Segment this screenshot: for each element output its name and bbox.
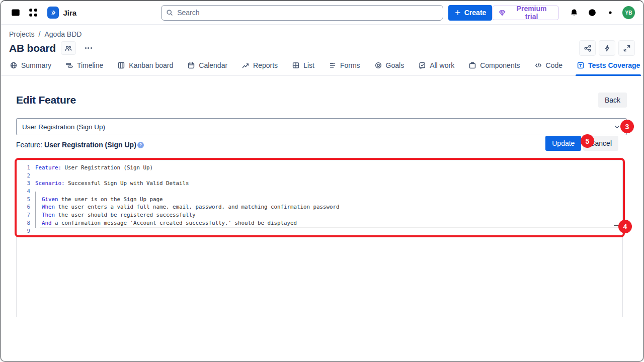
line-number: 4 [17, 188, 30, 196]
page-title: Edit Feature [16, 94, 76, 106]
jira-logo[interactable] [47, 7, 59, 19]
line-content: And a confirmation message 'Account crea… [35, 219, 297, 227]
tab-summary[interactable]: Summary [9, 60, 52, 75]
code-line[interactable]: 5 Given the user is on the Sign Up page [17, 196, 622, 204]
line-number: 7 [17, 211, 30, 219]
feature-editor-zone: 1Feature: User Registration (Sign Up)23S… [16, 160, 627, 317]
search-input[interactable] [161, 5, 443, 21]
fullscreen-expand-icon[interactable] [618, 40, 635, 56]
app-window: Jira Create Premium trial YB Projects / … [0, 0, 644, 362]
annotation-badge-5: 5 [581, 134, 594, 148]
components-icon [468, 61, 476, 69]
back-button[interactable]: Back [598, 93, 627, 108]
tab-all-work[interactable]: All work [418, 60, 455, 75]
board-title: AB board [9, 42, 56, 54]
breadcrumb: Projects / Agoda BDD [9, 30, 635, 38]
sidebar-toggle-icon[interactable] [8, 5, 23, 20]
code-line[interactable]: 3Scenario: Successful Sign Up with Valid… [17, 179, 622, 188]
annotation-badge-4: 4 [618, 220, 632, 233]
globe-icon [10, 61, 18, 69]
line-content: Scenario: Successful Sign Up with Valid … [35, 179, 189, 188]
code-line[interactable]: 6 When the user enters a valid full name… [17, 203, 622, 211]
feature-help-icon[interactable]: ? [137, 142, 144, 148]
line-number: 2 [17, 172, 30, 180]
board-tab-bar: SummaryTimelineKanban boardCalendarRepor… [1, 56, 643, 76]
reports-icon [242, 61, 250, 69]
indent-guide [35, 192, 36, 228]
tab-calendar[interactable]: Calendar [187, 60, 228, 75]
tab-reports[interactable]: Reports [241, 60, 278, 75]
board-icon [117, 61, 125, 69]
forms-icon [329, 61, 337, 69]
automation-bolt-icon[interactable] [599, 40, 615, 56]
tab-timeline[interactable]: Timeline [65, 60, 104, 75]
allwork-icon [418, 61, 426, 69]
feature-select-value: User Registration (Sign Up) [22, 123, 105, 131]
breadcrumb-projects[interactable]: Projects [9, 30, 35, 38]
tab-list[interactable]: List [291, 60, 315, 75]
timeline-icon [65, 61, 73, 69]
code-line[interactable]: 8 And a confirmation message 'Account cr… [17, 219, 622, 227]
breadcrumb-project-name[interactable]: Agoda BDD [44, 30, 82, 38]
help-icon[interactable] [585, 5, 599, 20]
list-icon [292, 61, 300, 69]
goals-icon [374, 61, 382, 69]
code-line[interactable]: 4 [17, 188, 622, 196]
annotation-badge-3: 3 [620, 120, 634, 133]
team-members-button[interactable] [61, 41, 76, 55]
feature-name-label: Feature: User Registration (Sign Up)? [16, 136, 144, 149]
code-line[interactable]: 1Feature: User Registration (Sign Up) [17, 164, 622, 172]
line-content: Feature: User Registration (Sign Up) [35, 164, 153, 172]
tab-forms[interactable]: Forms [328, 60, 361, 75]
code-line[interactable]: 2 [17, 172, 622, 180]
code-line[interactable]: 7 Then the user should be registered suc… [17, 211, 622, 219]
line-number: 5 [17, 196, 30, 204]
feature-select[interactable]: User Registration (Sign Up) [16, 118, 627, 135]
line-number: 9 [17, 227, 30, 235]
line-number: 6 [17, 203, 30, 211]
line-content: When the user enters a valid full name, … [35, 203, 340, 211]
update-button[interactable]: Update [545, 136, 581, 151]
more-options-icon[interactable] [83, 44, 94, 52]
editor-lines: 1Feature: User Registration (Sign Up)23S… [17, 164, 622, 235]
search-icon [166, 9, 174, 17]
gherkin-code-editor[interactable]: 1Feature: User Registration (Sign Up)23S… [16, 160, 623, 317]
app-title: Jira [63, 9, 76, 17]
code-line[interactable]: 9 [17, 227, 622, 235]
tests-coverage-panel: Edit Feature Back User Registration (Sig… [1, 91, 643, 317]
content-boundary-line [40, 227, 620, 228]
topbar-right-cluster: Premium trial YB [492, 5, 635, 20]
user-avatar[interactable]: YB [622, 6, 635, 19]
plus-icon [454, 9, 461, 16]
tab-components[interactable]: Components [468, 60, 520, 75]
board-header: AB board [9, 40, 635, 56]
line-number: 8 [17, 219, 30, 227]
tab-tests-coverage[interactable]: Tests Coverage [576, 60, 640, 75]
settings-gear-icon[interactable] [603, 5, 617, 20]
tab-code[interactable]: Code [534, 60, 563, 75]
line-content: Then the user should be registered succe… [35, 211, 196, 219]
code-icon [534, 61, 542, 69]
tab-goals[interactable]: Goals [374, 60, 405, 75]
tests-icon [577, 61, 585, 69]
create-button[interactable]: Create [448, 5, 493, 21]
top-navigation-bar: Jira Create Premium trial YB [1, 1, 643, 25]
board-header-actions [579, 40, 635, 56]
premium-trial-button[interactable]: Premium trial [492, 6, 559, 20]
chevron-down-icon [613, 123, 621, 131]
line-content: Given the user is on the Sign Up page [35, 196, 163, 204]
notifications-bell-icon[interactable] [567, 5, 581, 20]
line-number: 3 [17, 179, 30, 188]
tab-list: SummaryTimelineKanban boardCalendarRepor… [9, 60, 640, 75]
line-number: 1 [17, 164, 30, 172]
calendar-icon [187, 61, 195, 69]
tab-kanban-board[interactable]: Kanban board [117, 60, 174, 75]
feature-name: User Registration (Sign Up) [44, 141, 136, 149]
share-icon[interactable] [579, 40, 596, 56]
app-switcher-icon[interactable] [26, 5, 40, 20]
breadcrumb-separator: / [39, 30, 41, 38]
search-container [161, 5, 443, 21]
diamond-icon [498, 9, 506, 17]
